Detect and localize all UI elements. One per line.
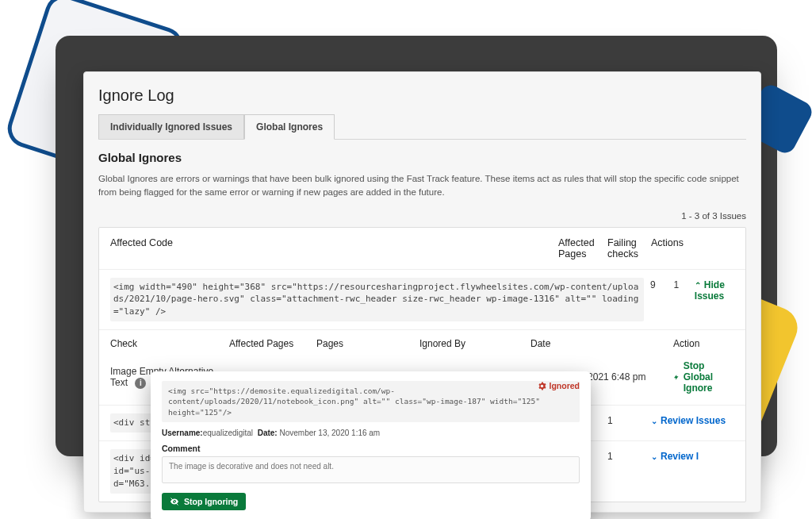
section-heading: Global Ignores bbox=[98, 151, 746, 164]
failing-checks-count: 1 bbox=[607, 413, 651, 426]
caret-down-icon: ⌄ bbox=[651, 452, 657, 461]
table-row: <img width="490" height="368" src="https… bbox=[99, 269, 745, 330]
hide-issues-link[interactable]: ⌃Hide Issues bbox=[695, 278, 734, 302]
affected-code-snippet: <img width="490" height="368" src="https… bbox=[110, 278, 644, 322]
comment-input[interactable] bbox=[162, 456, 580, 483]
col-actions: Actions bbox=[651, 237, 734, 260]
subcol-date: Date bbox=[530, 338, 673, 349]
affected-pages-count: 9 bbox=[650, 278, 674, 290]
subcol-pages: Pages bbox=[316, 338, 419, 349]
tab-individually-ignored[interactable]: Individually Ignored Issues bbox=[98, 114, 244, 139]
subcol-ignored-by: Ignored By bbox=[419, 338, 530, 349]
stop-global-ignore-link[interactable]: Stop Global Ignore bbox=[673, 360, 734, 394]
tab-global-ignores[interactable]: Global Ignores bbox=[244, 114, 335, 140]
review-issues-link[interactable]: ⌄Review Issues bbox=[651, 413, 734, 426]
review-issues-label: Review Issues bbox=[661, 415, 726, 426]
subcol-check: Check bbox=[110, 338, 229, 349]
stop-ignoring-label: Stop Ignoring bbox=[184, 497, 238, 506]
page-title: Ignore Log bbox=[98, 86, 746, 105]
subcol-affected-pages: Affected Pages bbox=[229, 338, 316, 349]
tab-bar: Individually Ignored Issues Global Ignor… bbox=[98, 114, 746, 140]
subcol-action: Action bbox=[673, 338, 734, 349]
sub-header: Check Affected Pages Pages Ignored By Da… bbox=[99, 329, 745, 354]
comment-label: Comment bbox=[162, 444, 580, 453]
info-icon[interactable]: i bbox=[135, 378, 146, 389]
review-issues-label: Review I bbox=[661, 451, 699, 462]
stop-global-ignore-label: Stop Global Ignore bbox=[684, 360, 734, 394]
ignored-badge: Ignored bbox=[538, 381, 580, 390]
failing-checks-count: 1 bbox=[607, 449, 651, 462]
review-issues-link[interactable]: ⌄Review I bbox=[651, 449, 734, 462]
username-label: Username: bbox=[162, 429, 203, 437]
bolt-icon bbox=[673, 372, 680, 383]
col-affected-pages: Affected Pages bbox=[558, 237, 607, 260]
table-header: Affected Code Affected Pages Failing che… bbox=[99, 228, 745, 269]
col-affected-code: Affected Code bbox=[110, 237, 558, 260]
popup-code-snippet: <img src="https://demosite.equalizedigit… bbox=[162, 381, 580, 422]
section-description: Global Ignores are errors or warnings th… bbox=[98, 172, 746, 200]
popup-meta: Username:equalizedigital Date: November … bbox=[162, 429, 580, 437]
gear-icon bbox=[538, 382, 546, 390]
ignore-detail-popup: Ignored <img src="https://demosite.equal… bbox=[151, 371, 591, 519]
failing-checks-count: 1 bbox=[674, 278, 695, 290]
stop-ignoring-button[interactable]: Stop Ignoring bbox=[162, 493, 246, 510]
date-value: November 13, 2020 1:16 am bbox=[279, 429, 380, 437]
caret-down-icon: ⌄ bbox=[651, 417, 657, 425]
eye-slash-icon bbox=[170, 497, 179, 506]
username-value: equalizedigital bbox=[203, 429, 253, 437]
caret-up-icon: ⌃ bbox=[695, 281, 701, 290]
ignored-label: Ignored bbox=[550, 381, 580, 390]
result-count: 1 - 3 of 3 Issues bbox=[98, 211, 746, 221]
date-label: Date: bbox=[258, 429, 278, 437]
col-failing-checks: Failing checks bbox=[607, 237, 651, 260]
